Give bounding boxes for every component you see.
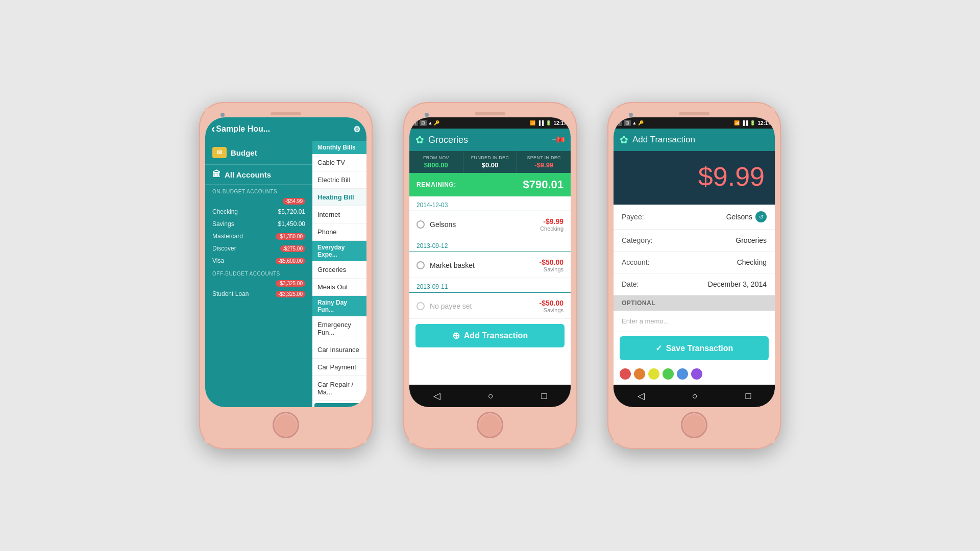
memo-field[interactable]: Enter a memo... bbox=[614, 311, 775, 332]
p2-remaining-bar: REMAINING: $790.01 bbox=[409, 173, 571, 196]
signal-icon: ▐▐ bbox=[537, 120, 544, 126]
home-button-1[interactable] bbox=[273, 412, 299, 438]
nav-back-3[interactable]: ◁ bbox=[638, 390, 645, 402]
speaker-3 bbox=[679, 112, 709, 115]
nav-back-2[interactable]: ◁ bbox=[433, 390, 440, 402]
status-right-2: 📶 ▐▐ 🔋 12:17 bbox=[530, 120, 567, 126]
flag-red[interactable] bbox=[620, 368, 631, 380]
form-row-date[interactable]: Date: December 3, 2014 bbox=[614, 273, 775, 295]
key-icon-3: 🔑 bbox=[638, 120, 644, 126]
nav-home-3[interactable]: ○ bbox=[692, 391, 698, 402]
status-time-2: 12:17 bbox=[553, 120, 567, 126]
tx-amount-nopayee: -$50.00 bbox=[540, 299, 564, 307]
home-button-3[interactable] bbox=[681, 412, 707, 438]
date-value: December 3, 2014 bbox=[708, 280, 767, 288]
account-savings[interactable]: Savings $1,450.00 bbox=[205, 218, 312, 230]
category-internet[interactable]: Internet bbox=[312, 206, 366, 223]
off-budget-label: OFF-BUDGET ACCOUNTS bbox=[205, 267, 312, 278]
android-nav-bar-3: ◁ ○ □ bbox=[614, 385, 775, 407]
category-car-payment[interactable]: Car Payment bbox=[312, 359, 366, 376]
category-car-insurance[interactable]: Car Insurance bbox=[312, 341, 366, 359]
transaction-no-payee[interactable]: No payee set -$50.00 Savings bbox=[409, 294, 571, 319]
p2-transactions-list: 2014-12-03 Gelsons -$9.99 Checking 2013-… bbox=[409, 196, 571, 385]
form-row-category[interactable]: Category: Groceries bbox=[614, 230, 775, 252]
category-meals-out[interactable]: Meals Out bbox=[312, 279, 366, 296]
tx-amount-market: -$50.00 bbox=[540, 258, 564, 266]
upload-icon: ▲ bbox=[428, 120, 433, 126]
fb-icon-3: f bbox=[618, 120, 622, 126]
add-transaction-button-2[interactable]: ⊕ Add Transaction bbox=[415, 324, 565, 347]
tx-account-market: Savings bbox=[540, 266, 564, 272]
nav-square-2[interactable]: □ bbox=[541, 391, 547, 402]
phone-3-bottom bbox=[614, 407, 775, 443]
category-cable-tv[interactable]: Cable TV bbox=[312, 154, 366, 171]
sidebar-all-accounts[interactable]: 🏛 All Accounts bbox=[205, 165, 312, 185]
account-discover[interactable]: Discover -$275.00 bbox=[205, 242, 312, 255]
p1-title: Sample Hou... bbox=[216, 124, 353, 134]
tx-name-gelsons: Gelsons bbox=[430, 220, 456, 229]
monthly-bills-header: Monthly Bills bbox=[312, 141, 366, 154]
phone-2-screen: f ⊞ ▲ 🔑 📶 ▐▐ 🔋 12:17 ✿ Groc bbox=[409, 117, 571, 407]
p3-form: Payee: Gelsons ↺ Category: Groceries Acc… bbox=[614, 205, 775, 385]
flag-blue[interactable] bbox=[677, 368, 688, 380]
camera-3 bbox=[629, 113, 633, 117]
back-button[interactable]: ‹ bbox=[211, 122, 215, 136]
category-electric-bill[interactable]: Electric Bill bbox=[312, 171, 366, 189]
off-budget-total-row: -$3,325.00 bbox=[205, 278, 312, 288]
save-transaction-button[interactable]: ✓ Save Transaction bbox=[620, 336, 769, 360]
status-icons-left-2: f ⊞ ▲ 🔑 bbox=[413, 120, 439, 126]
category-heating-bill[interactable]: Heating Bill bbox=[312, 189, 366, 206]
category-car-repair[interactable]: Car Repair / Ma... bbox=[312, 376, 366, 401]
sidebar-budget[interactable]: ✉ Budget bbox=[205, 141, 312, 165]
payee-sync-icon[interactable]: ↺ bbox=[755, 211, 767, 222]
flag-purple[interactable] bbox=[691, 368, 702, 380]
account-student-loan[interactable]: Student Loan -$3,325.00 bbox=[205, 288, 312, 300]
spent-dec-value: -$9.99 bbox=[521, 161, 567, 169]
pin-icon-2[interactable]: 📌 bbox=[551, 132, 567, 147]
transaction-gelsons[interactable]: Gelsons -$9.99 Checking bbox=[409, 212, 571, 237]
transaction-market-basket[interactable]: Market basket -$50.00 Savings bbox=[409, 253, 571, 278]
category-groceries[interactable]: Groceries bbox=[312, 261, 366, 279]
form-row-account[interactable]: Account: Checking bbox=[614, 252, 775, 273]
flags-row bbox=[614, 364, 775, 384]
p3-amount-display: $9.99 bbox=[614, 151, 775, 205]
leaf-icon-2: ✿ bbox=[415, 134, 424, 146]
settings-icon[interactable]: ⚙ bbox=[353, 124, 360, 134]
form-row-payee[interactable]: Payee: Gelsons ↺ bbox=[614, 205, 775, 230]
wifi-icon-3: 📶 bbox=[734, 120, 740, 126]
category-emergency-fund[interactable]: Emergency Fun... bbox=[312, 316, 366, 341]
tx-right-market: -$50.00 Savings bbox=[540, 258, 564, 272]
stat-funded-dec: FUNDED IN DEC $0.00 bbox=[463, 151, 518, 173]
tx-left-nopayee: No payee set bbox=[416, 302, 472, 310]
android-nav-bar-2: ◁ ○ □ bbox=[409, 385, 571, 407]
save-check-icon: ✓ bbox=[655, 343, 662, 353]
on-budget-total: -$54.99 bbox=[283, 198, 305, 205]
budget-label: Budget bbox=[231, 148, 257, 157]
p3-amount-value: $9.99 bbox=[698, 161, 765, 192]
speaker-1 bbox=[271, 112, 301, 115]
off-budget-total: -$3,325.00 bbox=[276, 280, 305, 287]
remaining-value: $790.01 bbox=[523, 178, 564, 191]
p2-app-header: ✿ Groceries 📌 bbox=[409, 129, 571, 151]
flag-green[interactable] bbox=[663, 368, 674, 380]
upload-icon-3: ▲ bbox=[632, 120, 637, 126]
camera-2 bbox=[425, 113, 429, 117]
account-checking[interactable]: Checking $5,720.01 bbox=[205, 206, 312, 218]
camera-1 bbox=[220, 113, 225, 117]
p1-categories-panel: Monthly Bills Cable TV Electric Bill Hea… bbox=[312, 141, 366, 407]
nav-home-2[interactable]: ○ bbox=[488, 391, 494, 402]
rainy-day-header: Rainy Day Fun... bbox=[312, 296, 366, 316]
flag-yellow[interactable] bbox=[648, 368, 659, 380]
nav-square-3[interactable]: □ bbox=[745, 391, 751, 402]
account-mastercard[interactable]: Mastercard -$1,350.00 bbox=[205, 230, 312, 242]
flag-orange[interactable] bbox=[634, 368, 645, 380]
tx-circle-market bbox=[416, 261, 425, 269]
category-phone[interactable]: Phone bbox=[312, 223, 366, 241]
account-visa[interactable]: Visa -$5,600.00 bbox=[205, 255, 312, 267]
tx-right-gelsons: -$9.99 Checking bbox=[540, 217, 564, 232]
add-category-row[interactable]: Gas for the... + bbox=[314, 403, 364, 407]
home-button-2[interactable] bbox=[477, 412, 503, 438]
add-transaction-label-2: Add Transaction bbox=[464, 331, 528, 340]
p3-app-header: ✿ Add Transaction bbox=[614, 129, 775, 151]
funded-dec-label: FUNDED IN DEC bbox=[468, 155, 513, 160]
